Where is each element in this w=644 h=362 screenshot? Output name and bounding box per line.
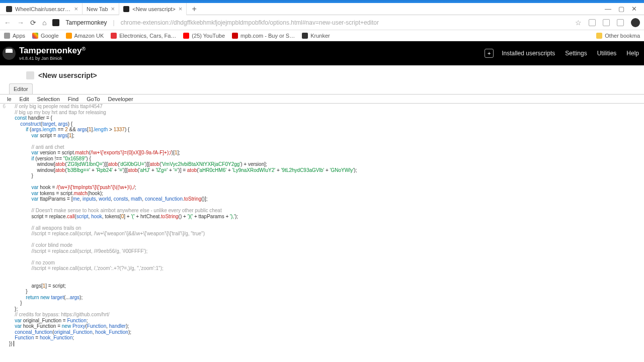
folder-icon (596, 33, 602, 39)
reload-button[interactable]: ⟳ (30, 19, 36, 27)
favicon-tampermonkey-icon (123, 6, 129, 12)
favicon-github-icon (6, 6, 12, 12)
line-number-gutter: 6 (0, 104, 7, 362)
divider: | (113, 19, 115, 26)
bookmark-item[interactable]: Electronics, Cars, Fa… (111, 33, 176, 39)
close-tab-icon[interactable]: × (179, 5, 183, 13)
profile-avatar[interactable] (631, 18, 640, 27)
toolbar-icon[interactable] (603, 19, 610, 26)
back-button[interactable]: ← (4, 19, 11, 27)
tab-title: WheelChair/user.script.js at mas (15, 6, 71, 12)
new-tab-button[interactable]: + (187, 5, 201, 14)
amazon-icon (66, 33, 72, 39)
google-icon (32, 33, 38, 39)
menu-edit[interactable]: Edit (20, 96, 29, 102)
code-editor[interactable]: 6 // only big iq people read this ttap#4… (0, 104, 644, 362)
bookmark-item[interactable]: Amazon UK (66, 33, 104, 39)
bookmark-item[interactable]: Krunker (302, 33, 330, 39)
tampermonkey-logo (2, 46, 16, 60)
page-tab-label: <New userscript> (38, 71, 97, 79)
bookmark-label: (25) YouTube (192, 33, 225, 39)
app-title: Tampermonkey (19, 46, 82, 55)
bookmark-item[interactable]: (25) YouTube (183, 33, 225, 39)
page-tab-active[interactable]: <New userscript> (26, 67, 97, 83)
close-window-button[interactable]: ✕ (631, 5, 637, 13)
document-icon (26, 71, 34, 79)
bookmark-label: Other bookma (605, 33, 640, 39)
nav-installed[interactable]: Installed userscripts (497, 46, 560, 60)
krunker-icon (302, 33, 308, 39)
sub-tab-strip: Editor (0, 83, 644, 95)
menu-developer[interactable]: Developer (108, 96, 133, 102)
registered-mark: ® (82, 46, 85, 52)
nav-help[interactable]: Help (621, 46, 644, 60)
apps-icon (4, 33, 10, 39)
browser-tab-active[interactable]: <New userscript> × (119, 3, 187, 15)
browser-tab[interactable]: WheelChair/user.script.js at mas × (2, 3, 83, 15)
other-bookmarks[interactable]: Other bookma (596, 33, 640, 39)
code-content[interactable]: // only big iq people read this ttap#454… (7, 104, 644, 362)
menu-file[interactable]: le (7, 96, 12, 102)
add-script-button[interactable]: + (485, 49, 494, 58)
bookmark-label: mpb.com - Buy or S… (240, 33, 295, 39)
url-text[interactable]: chrome-extension://dhdgffkkebhmkfjojejmp… (121, 19, 569, 26)
app-version: v4.8.41 by Jan Biniok (19, 56, 86, 61)
ebay-icon (111, 33, 117, 39)
page-tab-strip: <New userscript> (0, 65, 644, 83)
address-bar: ← → ⟳ ⌂ Tampermonkey | chrome-extension:… (0, 15, 644, 30)
bookmark-star-icon[interactable]: ☆ (575, 19, 582, 27)
menu-selection[interactable]: Selection (37, 96, 60, 102)
bookmark-label: Apps (13, 33, 25, 39)
extension-name: Tampermonkey (65, 19, 107, 26)
toolbar-icon[interactable] (617, 19, 624, 26)
bookmark-item[interactable]: mpb.com - Buy or S… (232, 33, 295, 39)
browser-tab-strip: WheelChair/user.script.js at mas × New T… (0, 3, 644, 15)
extension-icon (52, 19, 59, 26)
browser-tab[interactable]: New Tab × (83, 3, 119, 15)
close-tab-icon[interactable]: × (111, 5, 115, 13)
window-controls: — ▢ ✕ (605, 5, 644, 13)
maximize-button[interactable]: ▢ (618, 5, 624, 13)
toolbar-icon[interactable] (589, 19, 596, 26)
nav-utilities[interactable]: Utilities (592, 46, 622, 60)
header-nav: + Installed userscripts Settings Utiliti… (485, 41, 644, 65)
menu-goto[interactable]: GoTo (87, 96, 100, 102)
home-button[interactable]: ⌂ (42, 19, 46, 27)
close-tab-icon[interactable]: × (74, 5, 78, 13)
bookmark-label: Electronics, Cars, Fa… (119, 33, 176, 39)
apps-button[interactable]: Apps (4, 33, 25, 39)
tab-title: <New userscript> (132, 6, 176, 12)
app-header: Tampermonkey® v4.8.41 by Jan Biniok + In… (0, 41, 644, 65)
bookmark-bar: Apps Google Amazon UK Electronics, Cars,… (0, 30, 644, 41)
bookmark-item[interactable]: Google (32, 33, 58, 39)
editor-menu-bar: le Edit Selection Find GoTo Developer (0, 95, 644, 104)
menu-find[interactable]: Find (68, 96, 78, 102)
minimize-button[interactable]: — (605, 5, 611, 13)
nav-settings[interactable]: Settings (560, 46, 592, 60)
sub-tab-editor[interactable]: Editor (9, 83, 33, 94)
youtube-icon (183, 33, 189, 39)
bookmark-label: Krunker (310, 33, 330, 39)
bookmark-label: Google (41, 33, 58, 39)
bookmark-label: Amazon UK (74, 33, 104, 39)
forward-button[interactable]: → (17, 19, 24, 27)
tab-title: New Tab (87, 6, 108, 12)
mpb-icon (232, 33, 238, 39)
